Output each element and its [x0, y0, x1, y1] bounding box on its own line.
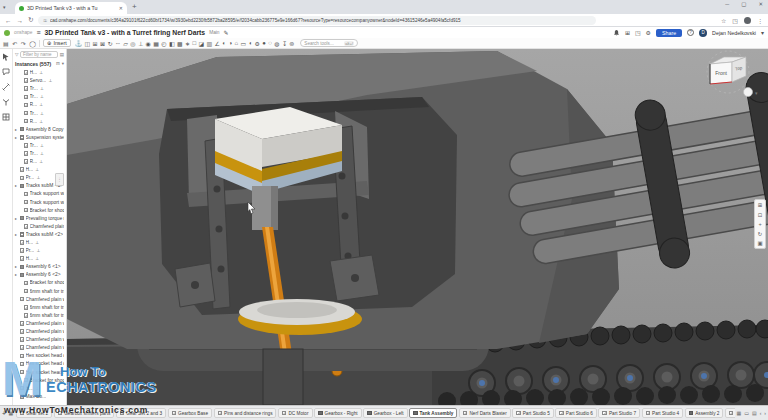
- document-tab[interactable]: Gearbox - Left: [363, 408, 407, 418]
- document-tab[interactable]: Pins and distance rings: [214, 408, 277, 418]
- mate-connector-icon[interactable]: [2, 98, 10, 106]
- tree-item[interactable]: Tr... ⊥: [13, 109, 66, 117]
- document-tab[interactable]: Gear Set 2 and 3: [116, 408, 166, 418]
- export-icon[interactable]: ↧: [282, 40, 287, 47]
- document-tab[interactable]: Part Studio 4: [642, 408, 684, 418]
- tree-item[interactable]: 6mm shaft for trac...: [13, 303, 66, 311]
- explode-icon[interactable]: ∗: [185, 40, 190, 47]
- view-mode-icon[interactable]: ▣: [757, 240, 762, 246]
- hamburger-menu-icon[interactable]: ≡: [36, 29, 40, 36]
- filter-list-toggle-icon[interactable]: ▤: [60, 52, 64, 57]
- select-icon[interactable]: ◯: [29, 40, 36, 47]
- group-icon[interactable]: ◫: [85, 40, 91, 47]
- paste-icon[interactable]: ▤: [3, 40, 9, 47]
- slider-icon[interactable]: ⇔: [115, 40, 121, 46]
- appearance-panel-icon[interactable]: [2, 113, 10, 121]
- workspace-label[interactable]: Main: [209, 30, 219, 35]
- document-tab[interactable]: Gearbox - Right: [314, 408, 362, 418]
- pin-slot-icon[interactable]: ⊥: [138, 40, 143, 47]
- tree-item[interactable]: ▸ Tracks subM <2>: [13, 230, 66, 238]
- expand-arrow-icon[interactable]: ▸: [15, 135, 18, 140]
- tree-item[interactable]: ▸ Assembly 6 <2>: [13, 271, 66, 279]
- url-bar[interactable]: ⚿ cad.onshape.com/documents/c364a29101f6…: [38, 16, 596, 25]
- animate-icon[interactable]: ●: [262, 40, 266, 46]
- share-button[interactable]: Share: [656, 29, 682, 37]
- document-tab[interactable]: Tank Assembly: [409, 408, 457, 418]
- select-cursor-icon[interactable]: [2, 53, 10, 61]
- tree-item[interactable]: Hex socket head ca...: [13, 368, 66, 376]
- tree-item[interactable]: R... ⊥: [13, 101, 66, 109]
- tree-item[interactable]: ▸ Prevailing torque n...: [13, 214, 66, 222]
- expand-arrow-icon[interactable]: ▸: [15, 264, 18, 269]
- fullscreen-icon[interactable]: ◳: [635, 29, 641, 36]
- undo-icon[interactable]: ↶: [12, 40, 17, 47]
- viewport-3d-model[interactable]: [67, 49, 768, 405]
- instances-caret-icon[interactable]: ▾: [62, 61, 64, 66]
- tree-item[interactable]: H... ⊥: [13, 238, 66, 246]
- replicate-icon[interactable]: ▩: [177, 40, 183, 47]
- tree-item[interactable]: Tr... ⊥: [13, 141, 66, 149]
- forward-icon[interactable]: →: [17, 17, 24, 24]
- browser-menu-dots-icon[interactable]: ⋮: [757, 17, 763, 24]
- document-tab[interactable]: Gear set 2: [16, 408, 52, 418]
- tree-item[interactable]: H... ⊥: [13, 255, 66, 263]
- document-tab[interactable]: Tracks: [725, 408, 735, 418]
- search-tools-input[interactable]: Search tools... alt+/: [300, 39, 358, 47]
- document-tab[interactable]: Part Studio 7: [598, 408, 640, 418]
- mate-relation-icon[interactable]: ⊞: [93, 40, 98, 47]
- configurations-icon[interactable]: ⚙: [254, 40, 259, 47]
- document-tab[interactable]: DC Motor: [278, 408, 313, 418]
- sheet-metal-icon[interactable]: ▭: [240, 40, 246, 47]
- tree-item[interactable]: Max Bo...: [13, 392, 66, 400]
- settings-gear-icon[interactable]: ⚙: [646, 29, 651, 36]
- record-icon[interactable]: ⊚: [289, 40, 294, 47]
- tree-item[interactable]: Servo... ⊥: [13, 77, 66, 85]
- linear-pattern-icon[interactable]: ▦: [153, 40, 159, 47]
- circular-pattern-icon[interactable]: ◴: [161, 40, 166, 47]
- tree-item[interactable]: Hex socket head ca...: [13, 352, 66, 360]
- comment-icon[interactable]: ◖: [248, 40, 252, 46]
- tabs-next-icon[interactable]: ›: [764, 410, 766, 416]
- panel-resize-handle[interactable]: ⋮: [55, 173, 64, 186]
- new-tab-button[interactable]: +: [132, 2, 137, 11]
- named-positions-icon[interactable]: ⌂: [234, 40, 238, 46]
- bookmark-star-icon[interactable]: ☆: [721, 17, 726, 24]
- tree-item[interactable]: R... ⊥: [13, 158, 66, 166]
- minimize-icon[interactable]: ─: [725, 1, 729, 7]
- redo-icon[interactable]: ↷: [21, 40, 26, 47]
- viewport-3d[interactable]: Front Top ▾ ⊞⊡+↻▣: [67, 49, 768, 405]
- tree-item[interactable]: Hex socket head ca...: [13, 360, 66, 368]
- tab-list-icon[interactable]: ▤: [752, 410, 757, 416]
- tree-item[interactable]: Chamfered plain w...: [13, 336, 66, 344]
- document-tab[interactable]: Nerf Darts Blaster: [459, 408, 511, 418]
- maximize-icon[interactable]: ▢: [741, 1, 746, 7]
- tree-item[interactable]: Bracket for shock a...: [13, 206, 66, 214]
- collapse-all-icon[interactable]: ⊟: [56, 61, 60, 66]
- expand-arrow-icon[interactable]: ▸: [15, 183, 18, 188]
- browser-tab[interactable]: 3D Printed Tank v3 - with a Tu ✕: [15, 2, 127, 14]
- document-tab[interactable]: Assembly 2: [685, 408, 724, 418]
- hide-icon[interactable]: ◌: [268, 40, 272, 46]
- notifications-bell-icon[interactable]: [613, 29, 620, 37]
- back-icon[interactable]: ←: [5, 17, 12, 24]
- mate-icon[interactable]: ⚓: [75, 40, 83, 47]
- measure-icon[interactable]: [2, 83, 10, 91]
- tab-grid-icon[interactable]: ▦: [736, 410, 741, 416]
- tree-item[interactable]: Tr... ⊥: [13, 149, 66, 157]
- document-tab[interactable]: Part Studio 5: [512, 408, 554, 418]
- display-states-icon[interactable]: ◑: [228, 40, 232, 46]
- tab-overview-icon[interactable]: ▭: [744, 410, 749, 416]
- insert-button[interactable]: ⊕ Insert: [43, 39, 71, 47]
- tree-item[interactable]: ▸ Suspension system...: [13, 133, 66, 141]
- tree-item[interactable]: H... ⊥: [13, 69, 66, 77]
- tree-item[interactable]: Chamfered plain w...: [13, 295, 66, 303]
- comment-icon[interactable]: [2, 68, 10, 76]
- tree-item[interactable]: Tr... ⊥: [13, 93, 66, 101]
- isolate-icon[interactable]: ◍: [274, 40, 279, 47]
- tree-item[interactable]: Chamfered plain w...: [13, 319, 66, 327]
- tree-item[interactable]: Chamfered plain w...: [13, 344, 66, 352]
- snapshot-icon[interactable]: □: [192, 40, 196, 46]
- tree-item[interactable]: 6mm shaft for trac...: [13, 311, 66, 319]
- tree-item[interactable]: R... ⊥: [13, 117, 66, 125]
- ball-icon[interactable]: ◉: [146, 40, 151, 47]
